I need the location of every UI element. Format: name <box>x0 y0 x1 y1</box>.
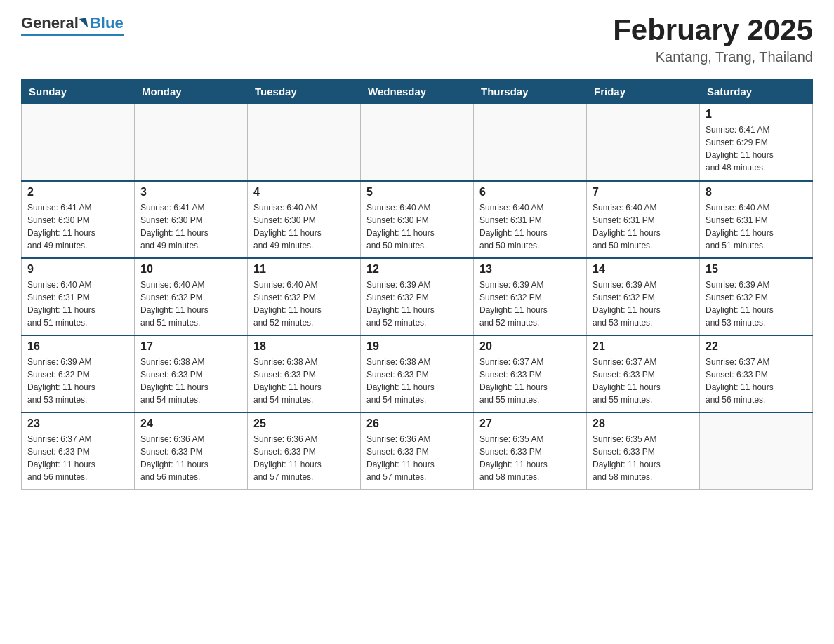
calendar-week-row: 1Sunrise: 6:41 AM Sunset: 6:29 PM Daylig… <box>22 104 813 181</box>
day-info: Sunrise: 6:41 AM Sunset: 6:29 PM Dayligh… <box>706 123 807 174</box>
day-number: 26 <box>366 417 468 430</box>
day-info: Sunrise: 6:40 AM Sunset: 6:30 PM Dayligh… <box>253 201 355 252</box>
day-info: Sunrise: 6:40 AM Sunset: 6:31 PM Dayligh… <box>479 201 581 252</box>
day-number: 22 <box>706 340 807 353</box>
calendar-cell: 20Sunrise: 6:37 AM Sunset: 6:33 PM Dayli… <box>474 335 587 412</box>
calendar-cell: 18Sunrise: 6:38 AM Sunset: 6:33 PM Dayli… <box>248 335 361 412</box>
day-info: Sunrise: 6:39 AM Sunset: 6:32 PM Dayligh… <box>366 279 468 329</box>
day-info: Sunrise: 6:40 AM Sunset: 6:32 PM Dayligh… <box>253 279 355 329</box>
calendar-cell <box>474 104 587 181</box>
weekday-header: Friday <box>587 80 700 104</box>
calendar-cell <box>22 104 135 181</box>
day-info: Sunrise: 6:37 AM Sunset: 6:33 PM Dayligh… <box>706 356 807 406</box>
calendar-subtitle: Kantang, Trang, Thailand <box>613 49 813 65</box>
day-number: 21 <box>593 340 694 353</box>
calendar-cell: 12Sunrise: 6:39 AM Sunset: 6:32 PM Dayli… <box>361 258 474 335</box>
calendar-cell: 24Sunrise: 6:36 AM Sunset: 6:33 PM Dayli… <box>135 412 248 490</box>
logo-general-text: General <box>21 14 79 32</box>
calendar-table: SundayMondayTuesdayWednesdayThursdayFrid… <box>21 79 813 490</box>
weekday-header-row: SundayMondayTuesdayWednesdayThursdayFrid… <box>22 80 813 104</box>
day-number: 6 <box>479 186 581 199</box>
day-info: Sunrise: 6:40 AM Sunset: 6:32 PM Dayligh… <box>140 279 241 329</box>
logo-blue-text: Blue <box>90 14 124 32</box>
calendar-cell: 23Sunrise: 6:37 AM Sunset: 6:33 PM Dayli… <box>22 412 135 490</box>
day-number: 19 <box>366 340 468 353</box>
day-info: Sunrise: 6:35 AM Sunset: 6:33 PM Dayligh… <box>593 433 694 483</box>
calendar-cell: 19Sunrise: 6:38 AM Sunset: 6:33 PM Dayli… <box>361 335 474 412</box>
calendar-cell: 4Sunrise: 6:40 AM Sunset: 6:30 PM Daylig… <box>248 181 361 258</box>
calendar-cell: 10Sunrise: 6:40 AM Sunset: 6:32 PM Dayli… <box>135 258 248 335</box>
calendar-cell <box>587 104 700 181</box>
title-block: February 2025 Kantang, Trang, Thailand <box>613 14 813 65</box>
calendar-cell <box>135 104 248 181</box>
day-info: Sunrise: 6:36 AM Sunset: 6:33 PM Dayligh… <box>253 433 355 483</box>
day-info: Sunrise: 6:41 AM Sunset: 6:30 PM Dayligh… <box>27 201 128 252</box>
day-number: 18 <box>253 340 355 353</box>
day-info: Sunrise: 6:39 AM Sunset: 6:32 PM Dayligh… <box>479 279 581 329</box>
calendar-week-row: 9Sunrise: 6:40 AM Sunset: 6:31 PM Daylig… <box>22 258 813 335</box>
day-number: 20 <box>479 340 581 353</box>
calendar-cell <box>700 412 813 490</box>
calendar-cell <box>361 104 474 181</box>
day-number: 23 <box>27 417 128 430</box>
day-number: 8 <box>706 186 807 199</box>
day-number: 12 <box>366 263 468 276</box>
calendar-cell: 15Sunrise: 6:39 AM Sunset: 6:32 PM Dayli… <box>700 258 813 335</box>
calendar-cell: 21Sunrise: 6:37 AM Sunset: 6:33 PM Dayli… <box>587 335 700 412</box>
day-info: Sunrise: 6:40 AM Sunset: 6:31 PM Dayligh… <box>593 201 694 252</box>
weekday-header: Monday <box>135 80 248 104</box>
day-info: Sunrise: 6:39 AM Sunset: 6:32 PM Dayligh… <box>27 356 128 406</box>
calendar-cell: 1Sunrise: 6:41 AM Sunset: 6:29 PM Daylig… <box>700 104 813 181</box>
day-info: Sunrise: 6:40 AM Sunset: 6:31 PM Dayligh… <box>27 279 128 329</box>
day-info: Sunrise: 6:41 AM Sunset: 6:30 PM Dayligh… <box>140 201 241 252</box>
calendar-cell: 9Sunrise: 6:40 AM Sunset: 6:31 PM Daylig… <box>22 258 135 335</box>
day-info: Sunrise: 6:37 AM Sunset: 6:33 PM Dayligh… <box>27 433 128 483</box>
day-number: 5 <box>366 186 468 199</box>
day-info: Sunrise: 6:37 AM Sunset: 6:33 PM Dayligh… <box>479 356 581 406</box>
calendar-cell: 5Sunrise: 6:40 AM Sunset: 6:30 PM Daylig… <box>361 181 474 258</box>
calendar-cell: 8Sunrise: 6:40 AM Sunset: 6:31 PM Daylig… <box>700 181 813 258</box>
calendar-cell: 6Sunrise: 6:40 AM Sunset: 6:31 PM Daylig… <box>474 181 587 258</box>
day-number: 17 <box>140 340 241 353</box>
day-number: 2 <box>27 186 128 199</box>
calendar-cell: 17Sunrise: 6:38 AM Sunset: 6:33 PM Dayli… <box>135 335 248 412</box>
day-info: Sunrise: 6:35 AM Sunset: 6:33 PM Dayligh… <box>479 433 581 483</box>
day-number: 28 <box>593 417 694 430</box>
calendar-week-row: 23Sunrise: 6:37 AM Sunset: 6:33 PM Dayli… <box>22 412 813 490</box>
logo-arrow-icon <box>79 18 88 29</box>
calendar-cell: 28Sunrise: 6:35 AM Sunset: 6:33 PM Dayli… <box>587 412 700 490</box>
weekday-header: Sunday <box>22 80 135 104</box>
calendar-cell: 2Sunrise: 6:41 AM Sunset: 6:30 PM Daylig… <box>22 181 135 258</box>
calendar-cell <box>248 104 361 181</box>
page-header: General Blue February 2025 Kantang, Tran… <box>21 14 813 65</box>
day-info: Sunrise: 6:38 AM Sunset: 6:33 PM Dayligh… <box>366 356 468 406</box>
logo: General Blue <box>21 14 124 36</box>
day-info: Sunrise: 6:37 AM Sunset: 6:33 PM Dayligh… <box>593 356 694 406</box>
day-number: 9 <box>27 263 128 276</box>
calendar-cell: 3Sunrise: 6:41 AM Sunset: 6:30 PM Daylig… <box>135 181 248 258</box>
calendar-cell: 25Sunrise: 6:36 AM Sunset: 6:33 PM Dayli… <box>248 412 361 490</box>
calendar-cell: 13Sunrise: 6:39 AM Sunset: 6:32 PM Dayli… <box>474 258 587 335</box>
calendar-cell: 22Sunrise: 6:37 AM Sunset: 6:33 PM Dayli… <box>700 335 813 412</box>
logo-text: General Blue <box>21 14 124 32</box>
day-info: Sunrise: 6:36 AM Sunset: 6:33 PM Dayligh… <box>366 433 468 483</box>
day-number: 10 <box>140 263 241 276</box>
day-info: Sunrise: 6:36 AM Sunset: 6:33 PM Dayligh… <box>140 433 241 483</box>
day-info: Sunrise: 6:39 AM Sunset: 6:32 PM Dayligh… <box>593 279 694 329</box>
day-number: 25 <box>253 417 355 430</box>
calendar-cell: 14Sunrise: 6:39 AM Sunset: 6:32 PM Dayli… <box>587 258 700 335</box>
logo-underline <box>21 34 124 36</box>
day-number: 14 <box>593 263 694 276</box>
day-info: Sunrise: 6:39 AM Sunset: 6:32 PM Dayligh… <box>706 279 807 329</box>
calendar-week-row: 2Sunrise: 6:41 AM Sunset: 6:30 PM Daylig… <box>22 181 813 258</box>
calendar-cell: 16Sunrise: 6:39 AM Sunset: 6:32 PM Dayli… <box>22 335 135 412</box>
weekday-header: Thursday <box>474 80 587 104</box>
day-info: Sunrise: 6:40 AM Sunset: 6:31 PM Dayligh… <box>706 201 807 252</box>
day-number: 3 <box>140 186 241 199</box>
day-number: 24 <box>140 417 241 430</box>
day-info: Sunrise: 6:38 AM Sunset: 6:33 PM Dayligh… <box>140 356 241 406</box>
day-info: Sunrise: 6:38 AM Sunset: 6:33 PM Dayligh… <box>253 356 355 406</box>
day-number: 4 <box>253 186 355 199</box>
calendar-cell: 26Sunrise: 6:36 AM Sunset: 6:33 PM Dayli… <box>361 412 474 490</box>
day-number: 16 <box>27 340 128 353</box>
